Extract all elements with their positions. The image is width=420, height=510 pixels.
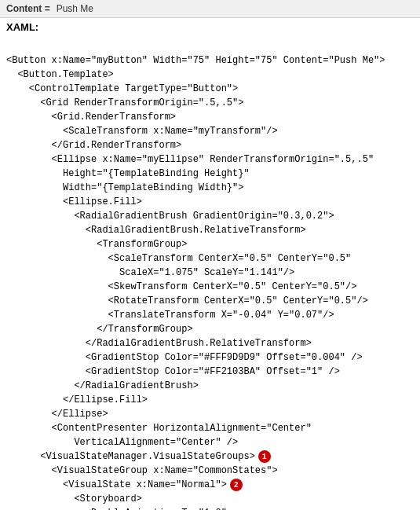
- code-text: <ScaleTransform CenterX="0.5" CenterY="0…: [6, 251, 351, 266]
- code-line: <ScaleTransform x:Name="myTransform"/>: [6, 124, 414, 138]
- code-line: </Ellipse.Fill>: [6, 393, 414, 407]
- code-text: </Ellipse>: [6, 407, 108, 421]
- code-area: <Button x:Name="myButton" Width="75" Hei…: [0, 35, 420, 510]
- code-text: </Ellipse.Fill>: [6, 393, 148, 407]
- code-line: <ControlTemplate TargetType="Button">: [6, 82, 414, 96]
- code-line: </RadialGradientBrush>: [6, 379, 414, 393]
- code-text: <VisualStateManager.VisualStateGroups>: [6, 449, 255, 464]
- code-text: <ControlTemplate TargetType="Button">: [6, 82, 238, 96]
- code-line: <GradientStop Color="#FF2103BA" Offset="…: [6, 365, 414, 379]
- code-line: <Button x:Name="myButton" Width="75" Hei…: [6, 53, 414, 68]
- code-line: <Grid RenderTransformOrigin=".5,.5">: [6, 96, 414, 110]
- code-text: <GradientStop Color="#FFF9D9D9" Offset="…: [6, 350, 363, 365]
- code-text: <RadialGradientBrush GradientOrigin="0.3…: [6, 209, 334, 223]
- code-text: <VisualState x:Name="Normal">: [6, 478, 227, 492]
- code-line: </TransformGroup>: [6, 322, 414, 336]
- code-text: <Grid.RenderTransform>: [6, 110, 176, 124]
- code-text: VerticalAlignment="Center" />: [6, 435, 238, 449]
- code-line: VerticalAlignment="Center" />: [6, 435, 414, 449]
- code-line: Height="{TemplateBinding Height}": [6, 167, 414, 181]
- code-text: <ContentPresenter HorizontalAlignment="C…: [6, 421, 312, 435]
- header-label: Content =: [6, 3, 50, 14]
- code-line: <RadialGradientBrush.RelativeTransform>: [6, 223, 414, 237]
- badge-1: 1: [258, 450, 271, 463]
- code-text: <DoubleAnimation To="1.0": [6, 506, 227, 510]
- code-line: ScaleX="1.075" ScaleY="1.141"/>: [6, 266, 414, 280]
- code-text: <SkewTransform CenterX="0.5" CenterY="0.…: [6, 280, 356, 294]
- code-text: Width="{TemplateBinding Width}">: [6, 181, 243, 195]
- code-line: <RotateTransform CenterX="0.5" CenterY="…: [6, 294, 414, 308]
- code-text: <RotateTransform CenterX="0.5" CenterY="…: [6, 294, 368, 308]
- code-line: <SkewTransform CenterX="0.5" CenterY="0.…: [6, 280, 414, 294]
- code-line: <Ellipse.Fill>: [6, 195, 414, 209]
- code-line: <DoubleAnimation To="1.0": [6, 506, 414, 510]
- code-text: </RadialGradientBrush.RelativeTransform>: [6, 336, 312, 350]
- code-text: <TranslateTransform X="-0.04" Y="0.07"/>: [6, 308, 334, 322]
- code-line: <RadialGradientBrush GradientOrigin="0.3…: [6, 209, 414, 223]
- code-text: <Button.Template>: [6, 68, 114, 82]
- code-line: <TransformGroup>: [6, 237, 414, 251]
- code-text: <Ellipse x:Name="myEllipse" RenderTransf…: [6, 152, 374, 167]
- code-text: <Storyboard>: [6, 492, 142, 506]
- code-line: <VisualStateManager.VisualStateGroups>1: [6, 449, 414, 464]
- xaml-label: XAML:: [0, 18, 420, 35]
- code-line: <Storyboard>: [6, 492, 414, 506]
- code-line: </Ellipse>: [6, 407, 414, 421]
- code-line: <ContentPresenter HorizontalAlignment="C…: [6, 421, 414, 435]
- code-line: <VisualStateGroup x:Name="CommonStates">: [6, 464, 414, 478]
- header-value: Push Me: [57, 3, 93, 14]
- header-bar: Content = Push Me: [0, 0, 420, 18]
- code-line: <GradientStop Color="#FFF9D9D9" Offset="…: [6, 350, 414, 365]
- code-text: <TransformGroup>: [6, 237, 187, 251]
- code-text: <VisualStateGroup x:Name="CommonStates">: [6, 464, 278, 478]
- code-line: <Button.Template>: [6, 68, 414, 82]
- code-text: Height="{TemplateBinding Height}": [6, 167, 250, 181]
- code-line: <Grid.RenderTransform>: [6, 110, 414, 124]
- code-line: </Grid.RenderTransform>: [6, 138, 414, 152]
- code-text: <RadialGradientBrush.RelativeTransform>: [6, 223, 306, 237]
- code-line: <ScaleTransform CenterX="0.5" CenterY="0…: [6, 251, 414, 266]
- code-text: <ScaleTransform x:Name="myTransform"/>: [6, 124, 278, 138]
- code-line: Width="{TemplateBinding Width}">: [6, 181, 414, 195]
- code-text: </RadialGradientBrush>: [6, 379, 199, 393]
- code-text: ScaleX="1.075" ScaleY="1.141"/>: [6, 266, 294, 280]
- code-text: <Grid RenderTransformOrigin=".5,.5">: [6, 96, 243, 110]
- code-text: <Ellipse.Fill>: [6, 195, 142, 209]
- code-text: </TransformGroup>: [6, 322, 193, 336]
- code-line: <VisualState x:Name="Normal">2: [6, 478, 414, 492]
- code-line: <Ellipse x:Name="myEllipse" RenderTransf…: [6, 152, 414, 167]
- badge-2: 2: [230, 479, 243, 491]
- code-line: <TranslateTransform X="-0.04" Y="0.07"/>: [6, 308, 414, 322]
- code-text: <Button x:Name="myButton" Width="75" Hei…: [6, 53, 385, 68]
- code-line: </RadialGradientBrush.RelativeTransform>: [6, 336, 414, 350]
- code-text: </Grid.RenderTransform>: [6, 138, 181, 152]
- code-text: <GradientStop Color="#FF2103BA" Offset="…: [6, 365, 340, 379]
